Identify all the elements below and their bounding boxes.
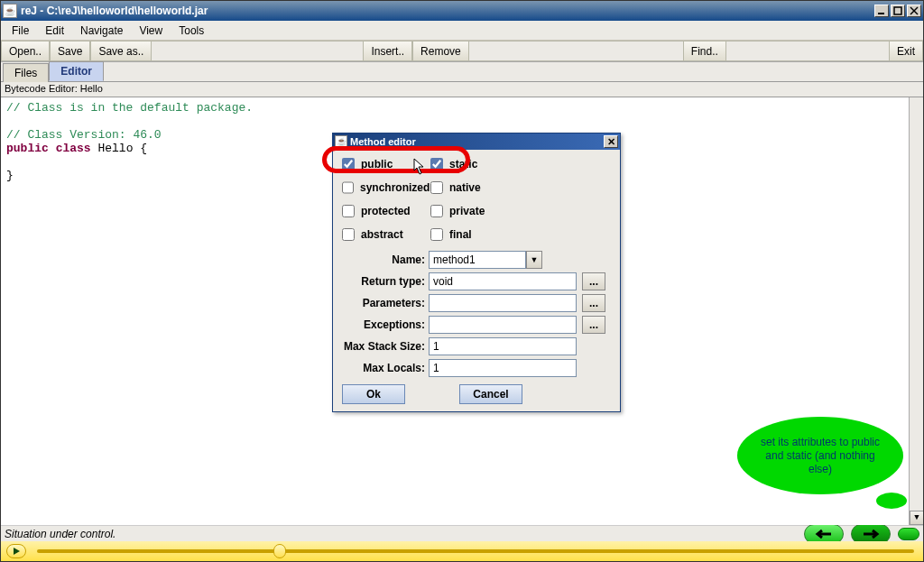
- check-static[interactable]: static: [427, 155, 515, 173]
- label-name: Name:: [338, 253, 429, 266]
- class-decl: Hello {: [91, 142, 147, 155]
- toolbar: Open.. Save Save as.. Insert.. Remove Fi…: [1, 41, 923, 62]
- checkbox-static[interactable]: [430, 158, 443, 170]
- ok-button[interactable]: Ok: [342, 384, 405, 404]
- check-protected[interactable]: protected: [338, 202, 427, 220]
- dialog-titlebar[interactable]: ☕ Method editor ✕: [333, 134, 620, 150]
- label-exceptions: Exceptions:: [338, 318, 429, 331]
- maximize-button[interactable]: [891, 5, 905, 17]
- parameters-browse-button[interactable]: ...: [582, 294, 605, 312]
- code-comment-1: // Class is in the default package.: [6, 101, 253, 115]
- parameters-field[interactable]: [429, 294, 577, 312]
- annotation-bubble: set its attributes to public and static …: [737, 417, 903, 494]
- label-returntype: Return type:: [338, 275, 429, 288]
- menu-view[interactable]: View: [132, 23, 170, 39]
- tab-editor[interactable]: Editor: [49, 61, 104, 81]
- menu-bar: File Edit Navigate View Tools: [1, 21, 923, 41]
- exceptions-field[interactable]: [429, 316, 577, 334]
- code-comment-2: // Class Version: 46.0: [6, 128, 162, 142]
- tab-files[interactable]: Files: [3, 63, 49, 82]
- timeline-bar: [1, 541, 923, 561]
- checkbox-public[interactable]: [342, 158, 355, 170]
- check-synchronized[interactable]: synchronized: [338, 179, 427, 197]
- editor-subheader: Bytecode Editor: Hello: [1, 82, 923, 97]
- status-bar: Situation under control.: [1, 525, 923, 541]
- exit-button[interactable]: Exit: [889, 41, 923, 61]
- check-native[interactable]: native: [427, 179, 515, 197]
- maxlocals-field[interactable]: [429, 359, 577, 377]
- name-field[interactable]: [429, 251, 526, 269]
- checkbox-protected[interactable]: [342, 205, 355, 217]
- dialog-close-button[interactable]: ✕: [604, 135, 618, 148]
- check-private[interactable]: private: [427, 202, 515, 220]
- window-title: reJ - C:\reJ\helloworld\helloworld.jar: [21, 5, 874, 17]
- method-editor-dialog: ☕ Method editor ✕ public static synchron…: [332, 133, 621, 412]
- kw-public: public: [6, 142, 49, 155]
- check-abstract[interactable]: abstract: [338, 226, 427, 244]
- timeline-track[interactable]: [37, 549, 914, 553]
- annotation-bubble-tail: [876, 493, 907, 509]
- save-button[interactable]: Save: [50, 41, 90, 61]
- close-brace: }: [6, 169, 14, 182]
- maxstack-field[interactable]: [429, 337, 577, 355]
- saveas-button[interactable]: Save as..: [90, 41, 152, 61]
- exceptions-browse-button[interactable]: ...: [582, 316, 605, 334]
- record-indicator[interactable]: [898, 528, 919, 540]
- tab-strip: Files Editor: [1, 62, 923, 82]
- label-maxlocals: Max Locals:: [338, 362, 429, 374]
- svg-rect-1: [894, 7, 901, 14]
- check-final[interactable]: final: [427, 226, 515, 244]
- insert-button[interactable]: Insert..: [363, 41, 412, 61]
- dialog-title: Method editor: [350, 136, 416, 147]
- menu-edit[interactable]: Edit: [38, 23, 71, 39]
- scroll-down-icon[interactable]: ▼: [910, 511, 923, 525]
- menu-file[interactable]: File: [5, 23, 36, 39]
- checkbox-synchronized[interactable]: [342, 181, 354, 194]
- open-button[interactable]: Open..: [1, 41, 50, 61]
- title-bar: ☕ reJ - C:\reJ\helloworld\helloworld.jar: [1, 1, 923, 21]
- status-text: Situation under control.: [5, 528, 116, 540]
- find-button[interactable]: Find..: [683, 41, 726, 61]
- app-window: ☕ reJ - C:\reJ\helloworld\helloworld.jar…: [0, 0, 924, 562]
- vertical-scrollbar[interactable]: ▲ ▼: [909, 97, 923, 525]
- cancel-button[interactable]: Cancel: [459, 384, 522, 404]
- svg-marker-6: [14, 548, 20, 555]
- java-icon: ☕: [3, 4, 17, 18]
- kw-class: class: [56, 142, 91, 155]
- remove-button[interactable]: Remove: [412, 41, 469, 61]
- content-host: // Class is in the default package. // C…: [1, 97, 923, 525]
- play-button[interactable]: [6, 544, 26, 558]
- menu-navigate[interactable]: Navigate: [73, 23, 130, 39]
- check-public[interactable]: public: [338, 155, 427, 173]
- checkbox-private[interactable]: [430, 205, 443, 217]
- checkbox-final[interactable]: [430, 228, 443, 241]
- checkbox-native[interactable]: [430, 181, 443, 194]
- returntype-field[interactable]: [429, 272, 577, 290]
- label-maxstack: Max Stack Size:: [338, 340, 429, 353]
- close-button[interactable]: [907, 5, 921, 17]
- minimize-button[interactable]: [874, 5, 889, 17]
- label-parameters: Parameters:: [338, 297, 429, 309]
- java-icon: ☕: [335, 135, 347, 148]
- timeline-handle[interactable]: [273, 544, 286, 558]
- name-dropdown-icon[interactable]: ▼: [526, 251, 542, 269]
- returntype-browse-button[interactable]: ...: [582, 272, 605, 290]
- checkbox-abstract[interactable]: [342, 228, 355, 241]
- annotation-text: set its attributes to public and static …: [753, 436, 887, 476]
- menu-tools[interactable]: Tools: [171, 23, 211, 39]
